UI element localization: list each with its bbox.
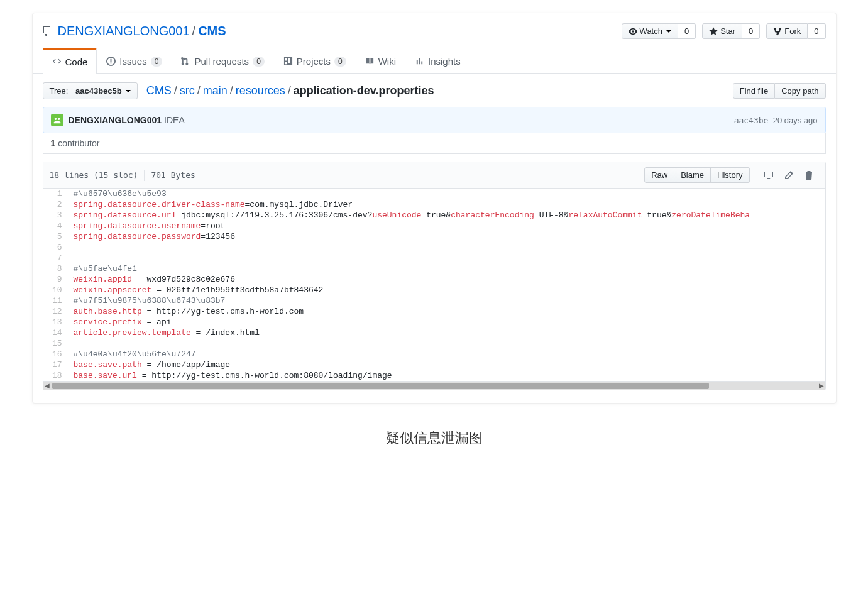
copy-path-button[interactable]: Copy path xyxy=(775,83,825,99)
caption: 疑似信息泄漏图 xyxy=(0,429,868,448)
watch-count[interactable]: 0 xyxy=(678,23,696,39)
code-line: article.preview.template = /index.html xyxy=(69,327,825,338)
breadcrumb: CMS/src/main/resources/application-dev.p… xyxy=(146,84,434,97)
code-line: spring.datasource.driver-class-name=com.… xyxy=(69,199,825,210)
tab-insights[interactable]: Insights xyxy=(405,48,470,73)
code-line: weixin.appid = wxd97d529c8c02e676 xyxy=(69,274,825,285)
fork-count[interactable]: 0 xyxy=(808,23,825,39)
owner-link[interactable]: DENGXIANGLONG001 xyxy=(58,24,190,38)
star-button[interactable]: Star xyxy=(702,23,742,39)
code-line: #\u5fae\u4fe1 xyxy=(69,263,825,274)
blame-button[interactable]: Blame xyxy=(674,167,711,183)
line-number: 15 xyxy=(43,338,69,349)
tab-projects[interactable]: Projects0 xyxy=(274,48,356,73)
code-table: 1#\u6570\u636e\u5e932spring.datasource.d… xyxy=(43,189,825,381)
line-number: 5 xyxy=(43,231,69,242)
code-line xyxy=(69,253,825,263)
crumb-2[interactable]: main xyxy=(203,84,228,97)
fork-button[interactable]: Fork xyxy=(766,23,808,39)
crumb-3[interactable]: resources xyxy=(236,84,285,97)
line-number: 18 xyxy=(43,370,69,381)
crumb-root[interactable]: CMS xyxy=(146,84,172,97)
avatar[interactable] xyxy=(51,114,63,126)
find-file-button[interactable]: Find file xyxy=(733,83,776,99)
code-line: #\u4e0a\u4f20\u56fe\u7247 xyxy=(69,349,825,360)
line-number: 7 xyxy=(43,253,69,263)
code-line xyxy=(69,242,825,253)
line-number: 10 xyxy=(43,285,69,295)
code-line: base.save.path = /home/app/image xyxy=(69,360,825,370)
line-number: 3 xyxy=(43,210,69,221)
desktop-icon[interactable] xyxy=(759,168,779,183)
tab-pull-requests[interactable]: Pull requests0 xyxy=(172,48,273,73)
code-line: #\u6570\u636e\u5e93 xyxy=(69,189,825,199)
code-line: service.prefix = api xyxy=(69,317,825,327)
commit-message[interactable]: IDEA xyxy=(164,115,185,125)
trash-icon[interactable] xyxy=(799,168,819,183)
edit-icon[interactable] xyxy=(779,168,799,183)
line-number: 11 xyxy=(43,295,69,306)
repo-title: DENGXIANGLONG001 / CMS xyxy=(43,24,226,38)
commit-time: 20 days ago xyxy=(773,116,818,125)
watch-button[interactable]: Watch xyxy=(622,23,678,39)
line-number: 13 xyxy=(43,317,69,327)
crumb-1[interactable]: src xyxy=(180,84,195,97)
code-line: spring.datasource.url=jdbc:mysql://119.3… xyxy=(69,210,825,221)
code-line: base.save.url = http://yg-test.cms.h-wor… xyxy=(69,370,825,381)
file-header: 18 lines (15 sloc) 701 Bytes Raw Blame H… xyxy=(43,162,825,189)
tab-wiki[interactable]: Wiki xyxy=(356,48,405,73)
horizontal-scrollbar[interactable]: ◀ ▶ xyxy=(43,381,825,390)
line-number: 2 xyxy=(43,199,69,210)
code-line: spring.datasource.username=root xyxy=(69,221,825,231)
commit-sha[interactable]: aac43be xyxy=(734,116,769,125)
line-number: 6 xyxy=(43,242,69,253)
svg-point-1 xyxy=(57,118,60,121)
code-line: #\u7f51\u9875\u6388\u6743\u83b7 xyxy=(69,295,825,306)
raw-button[interactable]: Raw xyxy=(644,167,674,183)
svg-point-0 xyxy=(54,118,57,121)
file-lines: 18 lines (15 sloc) xyxy=(50,170,138,180)
contributors-row[interactable]: 1 contributor xyxy=(43,133,826,154)
history-button[interactable]: History xyxy=(711,167,749,183)
latest-commit-row: DENGXIANGLONG001 IDEA aac43be 20 days ag… xyxy=(43,107,825,133)
code-line: weixin.appsecret = 026ff71e1b959ff3cdfb5… xyxy=(69,285,825,295)
commit-author[interactable]: DENGXIANGLONG001 xyxy=(69,115,162,125)
tab-issues[interactable]: Issues0 xyxy=(97,48,172,73)
line-number: 17 xyxy=(43,360,69,370)
code-line: auth.base.http = http://yg-test.cms.h-wo… xyxy=(69,306,825,317)
tab-code[interactable]: Code xyxy=(43,48,97,74)
star-count[interactable]: 0 xyxy=(742,23,760,39)
crumb-file: application-dev.properties xyxy=(294,84,434,97)
line-number: 9 xyxy=(43,274,69,285)
tree-select-button[interactable]: Tree: aac43bec5b xyxy=(43,82,138,99)
line-number: 4 xyxy=(43,221,69,231)
line-number: 16 xyxy=(43,349,69,360)
code-line xyxy=(69,338,825,349)
repo-link[interactable]: CMS xyxy=(198,24,226,38)
line-number: 1 xyxy=(43,189,69,199)
code-line: spring.datasource.password=123456 xyxy=(69,231,825,242)
line-number: 8 xyxy=(43,263,69,274)
repo-icon xyxy=(43,26,53,36)
line-number: 14 xyxy=(43,327,69,338)
line-number: 12 xyxy=(43,306,69,317)
file-size: 701 Bytes xyxy=(151,170,195,180)
repo-nav: Code Issues0 Pull requests0 Projects0 Wi… xyxy=(33,48,836,74)
